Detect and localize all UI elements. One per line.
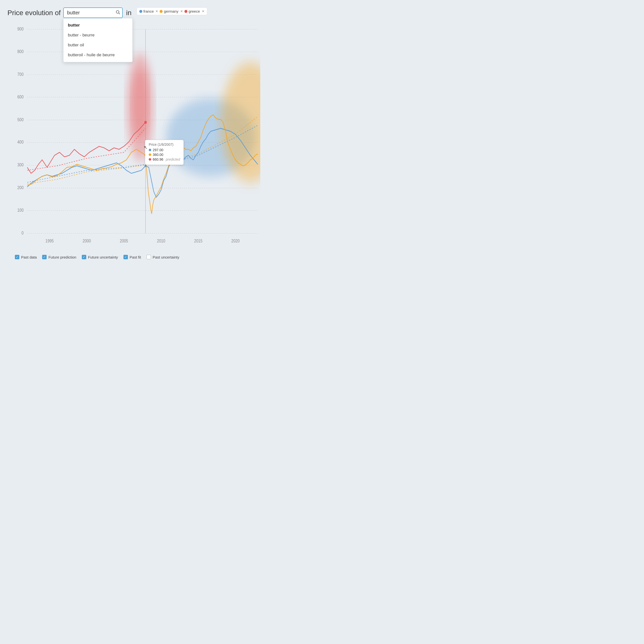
svg-text:900: 900	[17, 27, 24, 32]
germany-dot	[160, 10, 163, 13]
dropdown-item-butteroil[interactable]: butteroil - huile de beurre	[63, 50, 132, 60]
svg-text:0: 0	[22, 231, 24, 236]
search-button[interactable]	[116, 10, 120, 16]
svg-text:2005: 2005	[120, 238, 128, 243]
greece-label: greece	[189, 9, 200, 13]
tag-greece: greece ✕	[184, 9, 205, 13]
svg-text:1995: 1995	[45, 238, 54, 243]
legend-past-data[interactable]: ✓ Past data	[15, 255, 37, 259]
legend-future-uncertainty[interactable]: ✓ Future uncertainty	[82, 255, 118, 259]
tag-germany: germany ✕	[160, 9, 183, 13]
greece-dot	[184, 10, 187, 13]
svg-text:400: 400	[17, 140, 24, 145]
search-dropdown: butter butter - beurre butter oil butter…	[63, 18, 133, 62]
svg-text:300: 300	[17, 162, 24, 168]
future-prediction-checkbox[interactable]: ✓	[42, 255, 47, 259]
legend-past-fit[interactable]: ✓ Past fit	[123, 255, 141, 259]
france-close[interactable]: ✕	[155, 9, 158, 13]
legend-past-uncertainty[interactable]: Past uncertainty	[146, 255, 179, 259]
country-tags: france ✕ germany ✕ greece ✕	[137, 7, 207, 15]
svg-point-34	[145, 165, 146, 167]
svg-text:2020: 2020	[231, 238, 239, 243]
legend-future-prediction[interactable]: ✓ Future prediction	[42, 255, 76, 259]
svg-point-30	[131, 68, 149, 141]
svg-point-35	[145, 154, 146, 157]
past-fit-checkbox[interactable]: ✓	[123, 255, 128, 259]
svg-text:600: 600	[17, 94, 24, 99]
future-uncertainty-checkbox[interactable]: ✓	[82, 255, 86, 259]
search-wrapper: butter butter - beurre butter oil butter…	[63, 7, 123, 18]
dropdown-item-butter-oil[interactable]: butter oil	[63, 40, 132, 50]
past-uncertainty-checkbox[interactable]	[146, 255, 151, 259]
svg-text:2000: 2000	[83, 238, 91, 243]
svg-text:2010: 2010	[157, 238, 165, 243]
dropdown-item-butter[interactable]: butter	[63, 20, 132, 30]
tag-france: france ✕	[139, 9, 158, 13]
svg-text:500: 500	[17, 117, 24, 122]
legend-bar: ✓ Past data ✓ Future prediction ✓ Future…	[7, 251, 260, 263]
germany-close[interactable]: ✕	[180, 9, 183, 13]
main-container: Price evolution of butter butter - beurr…	[0, 0, 268, 268]
greece-close[interactable]: ✕	[202, 9, 205, 13]
germany-label: germany	[164, 9, 178, 13]
svg-point-33	[144, 121, 147, 124]
france-dot	[139, 10, 142, 13]
svg-line-1	[118, 13, 120, 14]
svg-text:2015: 2015	[194, 238, 202, 243]
future-prediction-label: Future prediction	[48, 255, 76, 259]
dropdown-item-butter-beurre[interactable]: butter - beurre	[63, 30, 132, 40]
past-data-checkbox[interactable]: ✓	[15, 255, 19, 259]
header-row: Price evolution of butter butter - beurr…	[7, 7, 260, 18]
past-uncertainty-label: Past uncertainty	[153, 255, 179, 259]
search-input[interactable]	[63, 7, 123, 18]
chart-svg: 0 100 200 300 400 500 600 700 800 900 19…	[7, 23, 260, 251]
past-data-label: Past data	[21, 255, 37, 259]
chart-area: 0 100 200 300 400 500 600 700 800 900 19…	[7, 23, 260, 251]
svg-text:800: 800	[17, 49, 24, 54]
in-text: in	[126, 7, 132, 18]
svg-text:100: 100	[17, 208, 24, 213]
france-label: france	[144, 9, 154, 13]
svg-text:200: 200	[17, 185, 24, 190]
svg-text:700: 700	[17, 72, 24, 77]
past-fit-label: Past fit	[130, 255, 141, 259]
title-prefix: Price evolution of	[7, 7, 61, 18]
future-uncertainty-label: Future uncertainty	[88, 255, 118, 259]
